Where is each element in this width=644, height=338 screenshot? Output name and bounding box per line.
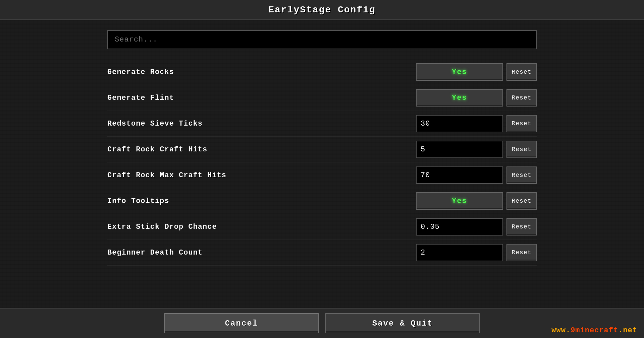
input-craft-rock-max-craft-hits[interactable] [416,166,503,184]
toggle-info-tooltips[interactable]: Yes [416,192,503,210]
reset-extra-stick-drop-chance[interactable]: Reset [506,218,537,235]
config-label-craft-rock-craft-hits: Craft Rock Craft Hits [107,145,207,154]
bottom-bar: Cancel Save & Quit www.9minecraft.net [0,308,644,338]
reset-beginner-death-count[interactable]: Reset [506,244,537,261]
watermark: www.9minecraft.net [551,326,637,335]
config-row-craft-rock-max-craft-hits: Craft Rock Max Craft Hits Reset [107,162,537,188]
reset-craft-rock-max-craft-hits[interactable]: Reset [506,166,537,184]
config-row-extra-stick-drop-chance: Extra Stick Drop Chance Reset [107,214,537,240]
config-controls-beginner-death-count: Reset [416,244,537,261]
cancel-button[interactable]: Cancel [164,313,319,333]
save-quit-button[interactable]: Save & Quit [325,313,480,333]
config-controls-generate-flint: Yes Reset [416,89,537,107]
search-input[interactable] [107,30,537,49]
reset-generate-rocks[interactable]: Reset [506,63,537,81]
reset-info-tooltips[interactable]: Reset [506,192,537,210]
page-title: EarlyStage Config [268,5,376,15]
config-controls-generate-rocks: Yes Reset [416,63,537,81]
config-controls-redstone-sieve-ticks: Reset [416,115,537,132]
config-label-extra-stick-drop-chance: Extra Stick Drop Chance [107,223,217,231]
input-beginner-death-count[interactable] [416,244,503,261]
reset-redstone-sieve-ticks[interactable]: Reset [506,115,537,132]
config-controls-craft-rock-craft-hits: Reset [416,141,537,158]
config-label-craft-rock-max-craft-hits: Craft Rock Max Craft Hits [107,171,226,180]
input-redstone-sieve-ticks[interactable] [416,115,503,132]
config-controls-craft-rock-max-craft-hits: Reset [416,166,537,184]
watermark-www: www. [551,326,571,335]
config-row-craft-rock-craft-hits: Craft Rock Craft Hits Reset [107,137,537,162]
config-label-generate-flint: Generate Flint [107,94,174,102]
watermark-net: .net [618,326,637,335]
config-row-generate-rocks: Generate Rocks Yes Reset [107,59,537,85]
top-bar: EarlyStage Config [0,0,644,20]
config-row-generate-flint: Generate Flint Yes Reset [107,85,537,111]
toggle-generate-rocks[interactable]: Yes [416,63,503,81]
toggle-generate-flint[interactable]: Yes [416,89,503,107]
reset-craft-rock-craft-hits[interactable]: Reset [506,141,537,158]
reset-generate-flint[interactable]: Reset [506,89,537,107]
watermark-9minecraft: 9minecraft [571,326,618,335]
config-label-beginner-death-count: Beginner Death Count [107,249,203,257]
search-container [107,30,537,49]
config-label-info-tooltips: Info Tooltips [107,197,169,205]
config-controls-info-tooltips: Yes Reset [416,192,537,210]
input-craft-rock-craft-hits[interactable] [416,141,503,158]
config-row-redstone-sieve-ticks: Redstone Sieve Ticks Reset [107,111,537,137]
input-extra-stick-drop-chance[interactable] [416,218,503,235]
config-row-info-tooltips: Info Tooltips Yes Reset [107,188,537,214]
config-label-generate-rocks: Generate Rocks [107,68,174,76]
content-area: Generate Rocks Yes Reset Generate Flint … [87,20,557,308]
config-controls-extra-stick-drop-chance: Reset [416,218,537,235]
config-label-redstone-sieve-ticks: Redstone Sieve Ticks [107,120,203,128]
page-container: EarlyStage Config Generate Rocks Yes Res… [0,0,644,338]
config-row-beginner-death-count: Beginner Death Count Reset [107,240,537,266]
